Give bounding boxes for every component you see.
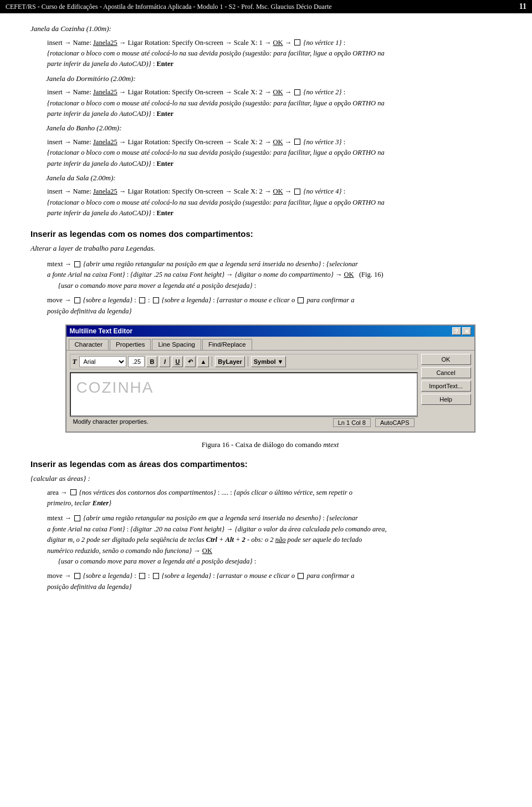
cmd-mtext2: mtext → {abrir uma região retangular na … bbox=[47, 513, 510, 567]
underline-button[interactable]: U bbox=[172, 356, 183, 367]
dialog-toolbar: T Arial B I U ↶ ▲ ByLayer bbox=[70, 354, 418, 369]
bylayer-button[interactable]: ByLayer bbox=[215, 356, 244, 367]
page: CEFET/RS - Curso de Edificações - Aposti… bbox=[0, 0, 532, 807]
titlebar-question-button[interactable]: ? bbox=[452, 327, 461, 335]
multiline-text-editor-dialog: Multiline Text Editor ? ✕ Character Prop… bbox=[65, 324, 475, 433]
font-size-input[interactable] bbox=[128, 356, 145, 367]
dialog-box[interactable]: Multiline Text Editor ? ✕ Character Prop… bbox=[65, 324, 475, 433]
symbol-button[interactable]: Symbol ▼ bbox=[251, 356, 287, 367]
header-title: CEFET/RS - Curso de Edificações - Aposti… bbox=[6, 3, 519, 11]
page-header: CEFET/RS - Curso de Edificações - Aposti… bbox=[0, 0, 532, 13]
alterar-layer-text: Alterar a layer de trabalho para Legenda… bbox=[30, 243, 510, 254]
statusbar-right: Ln 1 Col 8 AutoCAPS bbox=[333, 418, 415, 427]
dialog-tabs: Character Properties Line Spacing Find/R… bbox=[66, 337, 474, 351]
cmd-move2: move → {sobre a legenda} : : {sobre a le… bbox=[47, 570, 510, 592]
toolbar-separator bbox=[212, 357, 212, 367]
calcular-areas-text: {calcular as áreas} : bbox=[30, 473, 510, 484]
header-page-number: 11 bbox=[519, 2, 526, 11]
cmd-cozinha: insert → Name: Janela25 → Ligar Rotation… bbox=[47, 38, 510, 70]
dialog-left-panel: T Arial B I U ↶ ▲ ByLayer bbox=[70, 354, 418, 428]
cmd-banho: insert → Name: Janela25 → Ligar Rotation… bbox=[47, 137, 510, 169]
cmd-area: area → {nos vértices dos contornos dos c… bbox=[47, 488, 510, 509]
cmd-move1: move → {sobre a legenda} : : {sobre a le… bbox=[47, 295, 510, 317]
ok-button[interactable]: OK bbox=[421, 354, 471, 365]
cmd-dormitorio: insert → Name: Janela25 → Ligar Rotation… bbox=[47, 87, 510, 119]
statusbar-position: Ln 1 Col 8 bbox=[333, 418, 371, 427]
undo-button[interactable]: ↶ bbox=[185, 356, 196, 367]
section-inserir-areas: Inserir as legendas com as áreas dos com… bbox=[30, 459, 510, 469]
toolbar-separator2 bbox=[248, 357, 248, 367]
bold-button[interactable]: B bbox=[146, 356, 157, 367]
dialog-right-buttons: OK Cancel ImportText... Help bbox=[421, 354, 471, 428]
section-inserir-legendas: Inserir as legendas com os nomes dos com… bbox=[30, 229, 510, 238]
statusbar-caps: AutoCAPS bbox=[375, 418, 415, 427]
cmd-mtext1: mtext → {abrir uma região retangular na … bbox=[47, 259, 510, 291]
janela-banho-title: Janela do Banho (2.00m): bbox=[46, 123, 510, 134]
content-area: Janela da Cozinha (1.00m): insert → Name… bbox=[0, 13, 532, 605]
dialog-editor-area[interactable]: COZINHA bbox=[70, 372, 418, 417]
cmd-sala: insert → Name: Janela25 → Ligar Rotation… bbox=[47, 186, 510, 219]
tab-properties[interactable]: Properties bbox=[110, 339, 151, 350]
italic-button[interactable]: I bbox=[159, 356, 170, 367]
cancel-button[interactable]: Cancel bbox=[421, 367, 471, 378]
font-name-select[interactable]: Arial bbox=[79, 356, 126, 367]
font-type-icon: T bbox=[73, 357, 77, 366]
inserir-areas-title: Inserir as legendas com as áreas dos com… bbox=[30, 459, 510, 469]
tab-line-spacing[interactable]: Line Spacing bbox=[152, 339, 201, 350]
inserir-legendas-title: Inserir as legendas com os nomes dos com… bbox=[30, 229, 510, 238]
janela-dormitorio-title: Janela do Dormitório (2.00m): bbox=[46, 73, 510, 84]
figure-caption: Figura 16 - Caixa de diálogo do comando … bbox=[30, 440, 510, 449]
help-button[interactable]: Help bbox=[421, 394, 471, 405]
tab-find-replace[interactable]: Find/Replace bbox=[202, 339, 252, 350]
importtext-button[interactable]: ImportText... bbox=[421, 380, 471, 392]
editor-content: COZINHA bbox=[76, 379, 154, 396]
janela-cozinha-title: Janela da Cozinha (1.00m): bbox=[30, 23, 510, 34]
dialog-title: Multiline Text Editor bbox=[70, 327, 133, 335]
dialog-titlebar: Multiline Text Editor ? ✕ bbox=[66, 326, 474, 337]
dialog-statusbar: Modify character properties. Ln 1 Col 8 … bbox=[70, 417, 418, 428]
janela-sala-title: Janela da Sala (2.00m): bbox=[46, 172, 510, 184]
titlebar-close-button[interactable]: ✕ bbox=[462, 327, 471, 335]
dialog-body: T Arial B I U ↶ ▲ ByLayer bbox=[66, 351, 474, 432]
tab-character[interactable]: Character bbox=[69, 339, 109, 350]
stack-button[interactable]: ▲ bbox=[197, 356, 209, 367]
statusbar-left-text: Modify character properties. bbox=[73, 418, 149, 427]
titlebar-buttons: ? ✕ bbox=[452, 327, 471, 335]
